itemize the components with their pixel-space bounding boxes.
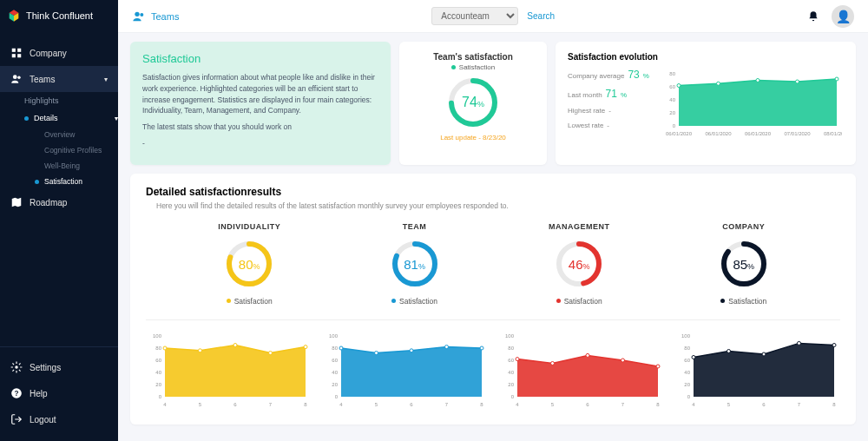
svg-point-86 [762, 352, 766, 356]
nav-details[interactable]: Details ▾ [24, 109, 118, 127]
topbar: Teams Accounteam Search 👤 [118, 0, 868, 33]
team-satisfaction-card: Team's satisfaction Satisfaction 74% Las… [399, 42, 547, 165]
info-title: Satisfaction [142, 52, 378, 65]
svg-point-9 [135, 11, 139, 16]
info-text-1: Satisfaction gives information about wha… [142, 72, 378, 116]
svg-point-15 [756, 79, 760, 82]
svg-text:60: 60 [155, 358, 161, 363]
cat-management: MANAGEMENT 46% Satisfaction [549, 222, 610, 306]
active-dot-icon [24, 116, 29, 121]
svg-text:0: 0 [159, 394, 162, 399]
svg-point-36 [163, 346, 167, 350]
svg-text:0: 0 [335, 394, 339, 399]
account-select[interactable]: Accounteam [431, 7, 518, 25]
people-icon [132, 10, 146, 23]
chevron-down-icon: ▾ [104, 76, 108, 83]
evolution-title: Satisfaction evolution [568, 52, 844, 62]
svg-point-16 [795, 80, 799, 83]
svg-text:6: 6 [233, 402, 237, 407]
chart-company: 02040608010045678 [674, 331, 840, 412]
svg-point-68 [516, 357, 519, 360]
svg-text:8: 8 [656, 402, 660, 407]
svg-text:06/01/2020: 06/01/2020 [705, 131, 732, 136]
avatar[interactable]: 👤 [832, 5, 854, 28]
nav-settings[interactable]: Settings [0, 354, 118, 380]
nav-help[interactable]: ? Help [0, 380, 118, 406]
nav-cognitive[interactable]: Cognitive Profiles [35, 142, 118, 158]
cat-team: TEAM 81% Satisfaction [391, 222, 439, 306]
team-sat-legend: Satisfaction [411, 63, 535, 71]
brand-logo[interactable]: Think Confluent [0, 0, 118, 31]
nav-wellbeing[interactable]: Well-Being [35, 158, 118, 174]
svg-point-70 [586, 353, 589, 357]
svg-text:100: 100 [329, 333, 339, 339]
svg-text:40: 40 [332, 370, 338, 375]
nav-company[interactable]: Company [0, 40, 118, 66]
sidebar: Think Confluent Company Teams ▾ Highligh… [0, 0, 118, 441]
team-sat-title: Team's satisfaction [411, 52, 535, 62]
chart-individuality: 02040608010045678 [146, 331, 312, 412]
svg-rect-3 [17, 54, 21, 57]
nav-highlights[interactable]: Highlights [24, 92, 118, 109]
svg-text:80: 80 [332, 346, 338, 351]
svg-text:06/01/2020: 06/01/2020 [666, 131, 693, 136]
people-icon [10, 73, 23, 85]
svg-text:8: 8 [480, 402, 483, 407]
svg-text:40: 40 [155, 370, 161, 375]
evolution-stats: Company average 73% Last month 71% Highe… [568, 69, 649, 142]
cat-company: COMPANY 85% Satisfaction [720, 222, 768, 306]
detail-sub: Here you will find the detailed results … [146, 201, 840, 210]
svg-text:07/01/2020: 07/01/2020 [784, 131, 811, 136]
svg-point-40 [304, 345, 307, 348]
svg-text:60: 60 [684, 358, 690, 363]
svg-text:100: 100 [153, 333, 162, 339]
svg-text:20: 20 [155, 382, 161, 387]
svg-text:80: 80 [508, 346, 514, 351]
svg-text:8: 8 [832, 402, 836, 407]
nav-teams[interactable]: Teams ▾ [0, 66, 118, 92]
svg-point-71 [621, 359, 625, 362]
info-card: Satisfaction Satisfaction gives informat… [130, 42, 391, 165]
svg-text:?: ? [15, 390, 19, 398]
svg-point-37 [199, 348, 202, 352]
svg-text:5: 5 [375, 402, 378, 407]
svg-text:6: 6 [762, 402, 766, 407]
svg-text:20: 20 [332, 382, 338, 387]
evolution-card: Satisfaction evolution Company average 7… [556, 42, 856, 165]
nav-satisfaction[interactable]: Satisfaction [35, 174, 118, 189]
main: Teams Accounteam Search 👤 Satisfaction S… [118, 0, 868, 441]
svg-text:8: 8 [304, 402, 307, 407]
svg-text:4: 4 [516, 402, 519, 407]
search-link[interactable]: Search [527, 11, 555, 21]
svg-point-69 [551, 361, 555, 365]
svg-text:08/01/2020: 08/01/2020 [824, 131, 842, 136]
svg-text:20: 20 [669, 110, 675, 115]
svg-point-17 [835, 77, 838, 81]
nav-overview[interactable]: Overview [35, 127, 118, 142]
svg-text:7: 7 [445, 402, 449, 407]
nav-bottom: Settings ? Help Logout [0, 346, 118, 441]
svg-rect-2 [12, 54, 16, 57]
svg-text:7: 7 [269, 402, 273, 407]
svg-text:80: 80 [669, 71, 675, 76]
svg-text:6: 6 [410, 402, 413, 407]
svg-text:60: 60 [332, 358, 338, 363]
logo-icon [7, 9, 21, 23]
svg-text:60: 60 [508, 358, 514, 363]
svg-point-14 [716, 82, 720, 85]
svg-text:40: 40 [684, 370, 690, 375]
logout-icon [10, 413, 23, 425]
bell-icon[interactable] [807, 10, 819, 23]
chart-management: 02040608010045678 [498, 331, 664, 412]
nav-roadmap[interactable]: Roadmap [0, 189, 118, 215]
svg-point-88 [832, 343, 836, 346]
svg-text:100: 100 [681, 333, 691, 339]
svg-text:40: 40 [508, 370, 514, 375]
svg-text:7: 7 [798, 402, 801, 407]
page-title: Teams [132, 10, 179, 23]
nav-logout[interactable]: Logout [0, 406, 118, 432]
svg-point-5 [17, 76, 21, 80]
active-dot-icon [35, 180, 39, 184]
svg-text:4: 4 [339, 402, 343, 407]
chart-team: 02040608010045678 [322, 331, 488, 412]
